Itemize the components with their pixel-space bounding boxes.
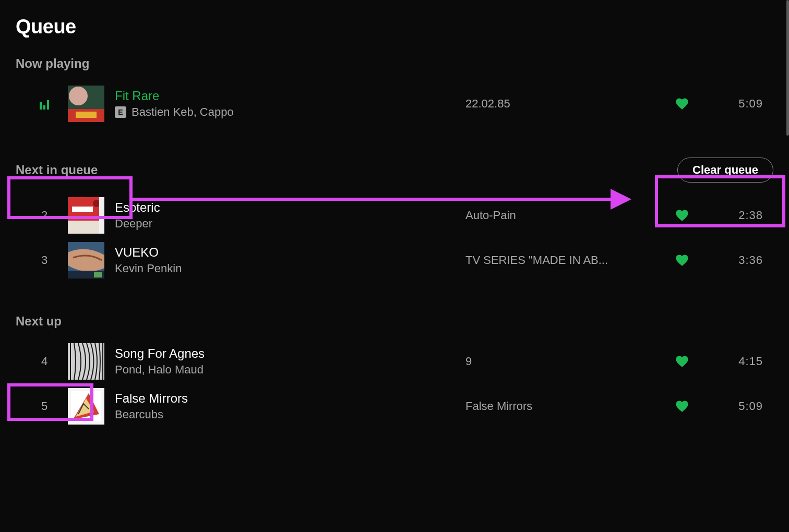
track-info: Fit Rare E Bastien Keb, Cappo <box>115 89 460 119</box>
clear-queue-button[interactable]: Clear queue <box>677 158 773 183</box>
track-album[interactable]: False Mirrors <box>465 400 653 413</box>
track-artist[interactable]: Kevin Penkin <box>115 262 182 275</box>
album-art[interactable] <box>68 343 104 380</box>
now-playing-label: Now playing <box>16 56 89 71</box>
track-album[interactable]: Auto-Pain <box>465 209 653 222</box>
track-info: Esoteric Deeper <box>115 200 460 231</box>
now-playing-icon <box>26 98 63 110</box>
track-duration: 5:09 <box>711 400 763 413</box>
track-info: Song For Agnes Pond, Halo Maud <box>115 346 460 377</box>
track-album[interactable]: TV SERIES "MADE IN AB... <box>465 253 653 267</box>
like-button[interactable] <box>659 96 706 111</box>
album-art[interactable] <box>68 197 104 234</box>
next-up-label: Next up <box>16 314 62 329</box>
track-title[interactable]: False Mirrors <box>115 391 460 406</box>
track-duration: 5:09 <box>711 97 763 111</box>
album-art[interactable] <box>68 388 104 425</box>
track-artist[interactable]: Bastien Keb, Cappo <box>132 105 234 119</box>
track-info: False Mirrors Bearcubs <box>115 391 460 421</box>
svg-rect-3 <box>76 112 97 118</box>
like-button[interactable] <box>659 354 706 369</box>
page-title: Queue <box>16 16 773 38</box>
track-artist[interactable]: Deeper <box>115 217 152 231</box>
album-art[interactable] <box>68 242 104 279</box>
queue-row[interactable]: 2 Esoteric Deeper Auto-Pain 2:38 <box>16 193 773 238</box>
svg-point-6 <box>93 200 100 207</box>
track-album[interactable]: 22.02.85 <box>465 97 653 111</box>
album-art[interactable] <box>68 86 104 122</box>
queue-row[interactable]: 3 VUEKO Kevin Penkin TV SERIES "MADE IN … <box>16 238 773 283</box>
queue-row[interactable]: 5 False Mirrors Bearcubs False Mirrors 5… <box>16 384 773 429</box>
now-playing-row[interactable]: Fit Rare E Bastien Keb, Cappo 22.02.85 5… <box>16 81 773 126</box>
track-index: 2 <box>26 209 63 222</box>
svg-rect-7 <box>72 207 93 212</box>
track-index: 4 <box>26 355 63 368</box>
track-artist[interactable]: Pond, Halo Maud <box>115 363 204 377</box>
track-duration: 4:15 <box>711 355 763 368</box>
svg-rect-11 <box>94 272 102 277</box>
scrollbar-thumb[interactable] <box>786 0 789 136</box>
track-title[interactable]: Fit Rare <box>115 89 460 103</box>
track-duration: 2:38 <box>711 209 763 222</box>
queue-row[interactable]: 4 Song For Agnes Pond, Halo Maud 9 4:15 <box>16 339 773 384</box>
next-in-queue-label: Next in queue <box>16 163 98 177</box>
track-index: 5 <box>26 400 63 413</box>
track-index: 3 <box>26 253 63 267</box>
like-button[interactable] <box>659 208 706 223</box>
like-button[interactable] <box>659 253 706 268</box>
track-title[interactable]: Song For Agnes <box>115 346 460 361</box>
track-duration: 3:36 <box>711 253 763 267</box>
like-button[interactable] <box>659 399 706 414</box>
svg-point-1 <box>69 87 88 105</box>
track-title[interactable]: Esoteric <box>115 200 460 215</box>
explicit-badge: E <box>115 106 126 118</box>
track-info: VUEKO Kevin Penkin <box>115 245 460 275</box>
track-artist[interactable]: Bearcubs <box>115 408 163 421</box>
track-album[interactable]: 9 <box>465 355 653 368</box>
svg-rect-8 <box>99 197 104 234</box>
track-title[interactable]: VUEKO <box>115 245 460 260</box>
